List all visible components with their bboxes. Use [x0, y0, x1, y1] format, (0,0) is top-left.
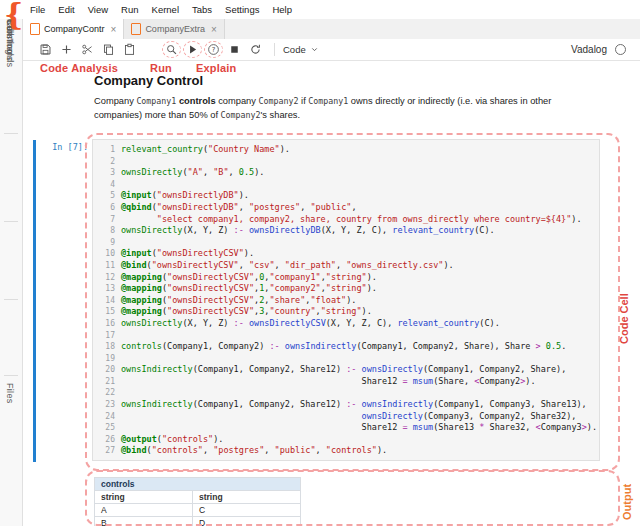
- code-token: "public": [310, 202, 351, 212]
- cut-icon[interactable]: [78, 41, 97, 58]
- code-token: "A": [188, 167, 203, 177]
- code-token: (X, Y, Z): [182, 318, 233, 328]
- kernel-status-icon: [615, 44, 626, 55]
- code-token: "csv": [249, 260, 275, 270]
- code-token: (X, Y, Z, C),: [321, 225, 393, 235]
- line-number: 24: [93, 411, 121, 423]
- code-token: ,: [351, 202, 356, 212]
- code-token: ownsIndirectly: [362, 399, 434, 409]
- code-line: 18controls(Company1, Company2) :- ownsIn…: [93, 341, 599, 353]
- code-token: "select company1, company2, share, count…: [157, 214, 572, 224]
- line-number: 2: [93, 156, 121, 168]
- code-token: "Country Name": [208, 144, 280, 154]
- line-number: 1: [93, 144, 121, 156]
- paragraph-text: company: [216, 96, 259, 106]
- close-icon[interactable]: ×: [211, 24, 217, 35]
- code-token: ownsDirectlyDB: [249, 225, 321, 235]
- code-token: ).: [377, 445, 387, 455]
- code-token: ).: [587, 422, 597, 432]
- code-token: Share32,: [484, 422, 535, 432]
- copy-icon[interactable]: [99, 41, 118, 58]
- code-token: ,: [239, 260, 249, 270]
- code-token: 0.5: [239, 167, 254, 177]
- menu-item-edit[interactable]: Edit: [58, 4, 74, 15]
- code-token: relevant_country: [397, 318, 479, 328]
- menu-item-help[interactable]: Help: [272, 4, 292, 15]
- code-token: (X, Y, Z): [182, 225, 233, 235]
- menu-item-tabs[interactable]: Tabs: [192, 4, 212, 15]
- explain-icon[interactable]: ?: [204, 41, 223, 58]
- menu-item-run[interactable]: Run: [121, 4, 138, 15]
- code-token: ownsDirectly: [121, 318, 182, 328]
- cell-type-value: Code: [283, 44, 306, 55]
- close-icon[interactable]: ×: [111, 24, 117, 35]
- code-text: @qbind("ownsDirectlyDB", "postgres", "pu…: [121, 202, 357, 214]
- restart-icon[interactable]: [246, 41, 265, 58]
- code-line: 2: [93, 156, 599, 168]
- code-line: 25 Share12 = msum(Share13 * Share32, <Co…: [93, 422, 599, 434]
- run-icon[interactable]: [183, 41, 202, 58]
- paste-icon[interactable]: [120, 41, 139, 58]
- code-token: ownsIndirectly: [285, 341, 357, 351]
- code-line: 17: [93, 330, 599, 342]
- active-cell-indicator: [33, 140, 36, 462]
- line-number: 18: [93, 341, 121, 353]
- code-token: "company1": [269, 272, 320, 282]
- save-icon[interactable]: [36, 41, 55, 58]
- code-token: :-: [234, 318, 244, 328]
- menu-item-settings[interactable]: Settings: [225, 4, 259, 15]
- code-token: (C).: [474, 225, 494, 235]
- menu-item-kernel[interactable]: Kernel: [152, 4, 179, 15]
- line-number: 12: [93, 272, 121, 284]
- sidebar-divider: [4, 133, 18, 134]
- tab-label: CompanyExtra: [145, 24, 205, 34]
- output-cell: D: [193, 517, 301, 526]
- stop-icon[interactable]: [225, 41, 244, 58]
- code-token: ).: [367, 272, 377, 282]
- code-token: @qbind: [121, 202, 152, 212]
- code-cell[interactable]: 1relevant_country("Country Name").2 3own…: [92, 139, 600, 461]
- line-number: 27: [93, 445, 121, 457]
- code-token: @output: [121, 434, 157, 444]
- doc-tab-companyextra[interactable]: CompanyExtra×: [124, 19, 224, 39]
- menu-item-view[interactable]: View: [88, 4, 108, 15]
- line-number: 23: [93, 399, 121, 411]
- code-text: controls(Company1, Company2) :- ownsIndi…: [121, 341, 566, 353]
- menu-item-file[interactable]: File: [30, 4, 45, 15]
- line-number: 13: [93, 283, 121, 295]
- code-line: 21 Share12 = msum(Share, <Company2>).: [93, 376, 599, 388]
- code-text: ownsIndirectly(Company1, Company2, Share…: [121, 399, 587, 411]
- cell-type-dropdown[interactable]: Code: [283, 44, 319, 55]
- tab-bar: CompanyContr×CompanyExtra×: [23, 19, 640, 40]
- output-annotation-label: Output: [621, 484, 633, 520]
- code-token: ).: [525, 376, 535, 386]
- code-token: :-: [234, 225, 244, 235]
- code-line: 23ownsIndirectly(Company1, Company2, Sha…: [93, 399, 599, 411]
- code-token: ,: [264, 445, 274, 455]
- code-token: Share12: [121, 422, 402, 432]
- notebook-icon: [30, 23, 40, 35]
- code-line: 11@bind("ownsDirectlyCSV", "csv", "dir_p…: [93, 260, 599, 272]
- code-text: relevant_country("Country Name").: [121, 144, 290, 156]
- sidebar-divider: [4, 221, 18, 222]
- code-token: ,: [275, 260, 285, 270]
- code-line: 12@mapping("ownsDirectlyCSV",0,"company1…: [93, 272, 599, 284]
- code-token: controls: [121, 341, 162, 351]
- code-token: @mapping: [121, 283, 162, 293]
- code-token: "dir_path": [285, 260, 336, 270]
- code-token: Company2: [479, 376, 520, 386]
- add-cell-icon[interactable]: [57, 41, 76, 58]
- sidebar-divider: [4, 299, 18, 300]
- code-analysis-icon[interactable]: [162, 41, 181, 58]
- code-line: 20ownsIndirectly(Company1, Company2, Sha…: [93, 364, 599, 376]
- code-line: 5@input("ownsDirectlyDB").: [93, 190, 599, 202]
- line-number: 5: [93, 190, 121, 202]
- sidebar-tab-files[interactable]: Files: [5, 383, 15, 404]
- code-token: ,: [229, 167, 239, 177]
- code-line: 8ownsDirectly(X, Y, Z) :- ownsDirectlyDB…: [93, 225, 599, 237]
- code-token: (Company1, Company2, Share), Share: [356, 341, 535, 351]
- code-token: ).: [239, 190, 249, 200]
- code-text: [121, 156, 126, 168]
- code-token: (Company1, Company3, Share13),: [433, 399, 587, 409]
- doc-tab-companycontr[interactable]: CompanyContr×: [23, 19, 124, 39]
